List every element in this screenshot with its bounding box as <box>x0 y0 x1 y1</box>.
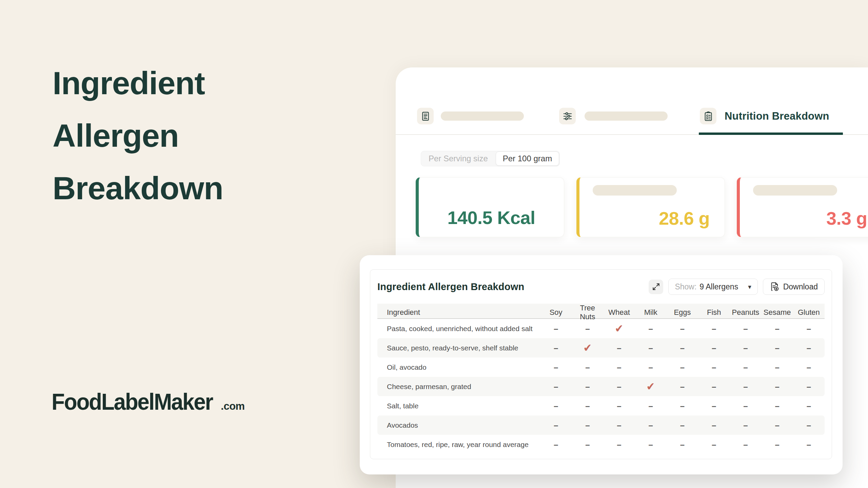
allergen-empty-cell: – <box>762 343 793 353</box>
dash-icon: – <box>680 421 685 430</box>
page-title-line: Breakdown <box>53 162 223 215</box>
allergen-empty-cell: – <box>540 382 572 391</box>
table-row: Oil, avocado––––––––– <box>377 358 825 377</box>
allergen-empty-cell: – <box>603 343 635 353</box>
dash-icon: – <box>554 401 558 410</box>
page-title: Ingredient Allergen Breakdown <box>53 57 223 215</box>
dash-icon: – <box>649 343 653 352</box>
allergen-empty-cell: – <box>762 401 793 411</box>
ingredient-cell: Sauce, pesto, ready-to-serve, shelf stab… <box>377 344 540 352</box>
allergen-empty-cell: – <box>698 421 730 430</box>
dash-icon: – <box>554 440 558 449</box>
allergen-empty-cell: – <box>667 382 698 391</box>
tab-placeholder-bar[interactable] <box>441 111 524 121</box>
allergen-empty-cell: – <box>793 363 825 372</box>
stat-label-placeholder <box>593 185 677 196</box>
dash-icon: – <box>743 324 748 333</box>
allergen-empty-cell: – <box>572 401 603 411</box>
dash-icon: – <box>807 343 811 352</box>
allergen-empty-cell: – <box>698 343 730 353</box>
chevron-down-icon: ▾ <box>748 283 751 291</box>
allergen-empty-cell: – <box>793 421 825 430</box>
allergen-empty-cell: – <box>603 440 635 449</box>
allergen-empty-cell: – <box>667 363 698 372</box>
dash-icon: – <box>680 382 685 391</box>
allergen-breakdown-modal: Ingredient Allergen Breakdown Show: 9 Al… <box>360 255 843 474</box>
toggle-per-100-gram[interactable]: Per 100 gram <box>496 151 559 166</box>
allergen-empty-cell: – <box>667 343 698 353</box>
brand-logo-text: FoodLabelMaker <box>52 388 213 415</box>
header-actions: Show: 9 Allergens ▾ <box>649 279 825 295</box>
column-header-fish: Fish <box>698 308 730 317</box>
allergen-empty-cell: – <box>540 324 572 333</box>
show-allergens-dropdown[interactable]: Show: 9 Allergens ▾ <box>668 279 757 295</box>
allergen-empty-cell: – <box>793 401 825 411</box>
dash-icon: – <box>712 363 716 372</box>
allergen-empty-cell: – <box>540 401 572 411</box>
dash-icon: – <box>585 363 590 372</box>
column-header-peanuts: Peanuts <box>730 308 761 317</box>
dash-icon: – <box>585 440 590 449</box>
allergen-empty-cell: – <box>762 363 793 372</box>
column-header-gluten: Gluten <box>793 308 825 317</box>
stat-card-carbs: 28.6 g <box>576 177 725 237</box>
allergen-empty-cell: – <box>762 382 793 391</box>
tab-nutrition-breakdown[interactable]: Nutrition Breakdown <box>725 108 829 124</box>
column-header-ingredient: Ingredient <box>377 308 540 317</box>
page-title-line: Ingredient <box>53 57 223 109</box>
table-row: Pasta, cooked, unenriched, without added… <box>377 319 825 338</box>
card-header: Ingredient Allergen Breakdown Show: 9 Al… <box>370 270 832 304</box>
allergen-empty-cell: – <box>635 421 667 430</box>
active-tab-underline <box>699 133 843 135</box>
dash-icon: – <box>554 421 558 430</box>
ingredient-cell: Tomatoes, red, ripe, raw, year round ave… <box>377 441 540 449</box>
dash-icon: – <box>680 401 685 410</box>
tab-recipe[interactable] <box>417 108 434 124</box>
allergen-empty-cell: – <box>603 363 635 372</box>
allergen-check-cell: ✔ <box>572 342 603 354</box>
dash-icon: – <box>585 382 590 391</box>
allergen-empty-cell: – <box>635 324 667 333</box>
unit-toggle: Per Serving size Per 100 gram <box>421 151 560 166</box>
ingredient-cell: Oil, avocado <box>377 363 540 371</box>
dash-icon: – <box>775 363 779 372</box>
expand-button[interactable] <box>649 280 663 294</box>
dash-icon: – <box>743 440 748 449</box>
stat-card-fat: 3.3 g <box>737 177 868 237</box>
show-value: 9 Allergens <box>699 282 738 291</box>
allergen-empty-cell: – <box>793 343 825 353</box>
dash-icon: – <box>807 382 811 391</box>
dash-icon: – <box>680 343 685 352</box>
table-body: Pasta, cooked, unenriched, without added… <box>377 319 825 454</box>
dash-icon: – <box>617 440 621 449</box>
allergen-empty-cell: – <box>667 440 698 449</box>
ingredient-cell: Cheese, parmesan, grated <box>377 383 540 391</box>
toggle-per-serving-size[interactable]: Per Serving size <box>421 154 495 163</box>
dash-icon: – <box>617 401 621 410</box>
allergen-empty-cell: – <box>572 324 603 333</box>
dash-icon: – <box>617 421 621 430</box>
allergen-empty-cell: – <box>698 401 730 411</box>
allergen-table: IngredientSoyTree NutsWheatMilkEggsFishP… <box>377 304 825 454</box>
dash-icon: – <box>743 382 748 391</box>
dash-icon: – <box>807 401 811 410</box>
allergen-empty-cell: – <box>572 421 603 430</box>
tab-settings[interactable] <box>559 108 576 124</box>
allergen-empty-cell: – <box>572 440 603 449</box>
dash-icon: – <box>617 343 621 352</box>
sliders-icon <box>563 111 573 121</box>
download-button[interactable]: Download <box>763 279 825 295</box>
check-icon: ✔ <box>583 341 593 354</box>
table-row: Tomatoes, red, ripe, raw, year round ave… <box>377 435 825 454</box>
tab-placeholder-bar[interactable] <box>585 111 668 121</box>
dash-icon: – <box>775 421 779 430</box>
tab-nutrition-breakdown-icon-box[interactable] <box>700 108 716 124</box>
dash-icon: – <box>712 324 716 333</box>
column-header-eggs: Eggs <box>667 308 698 317</box>
allergen-empty-cell: – <box>667 421 698 430</box>
allergen-empty-cell: – <box>793 440 825 449</box>
brand-logo-tld: .com <box>221 400 244 415</box>
dash-icon: – <box>712 421 716 430</box>
dash-icon: – <box>554 382 558 391</box>
table-header-row: IngredientSoyTree NutsWheatMilkEggsFishP… <box>377 304 825 319</box>
